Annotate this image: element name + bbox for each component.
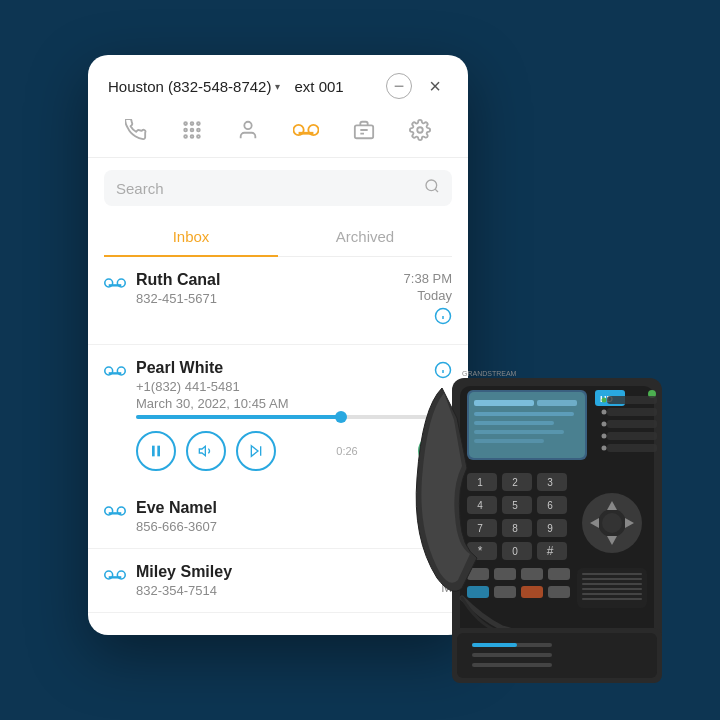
svg-point-4 <box>191 129 194 132</box>
tab-archived[interactable]: Archived <box>278 218 452 257</box>
phone-number: +1(832) 441-5481 <box>136 379 424 394</box>
message-date: March 30, 2022, 10:45 AM <box>136 396 424 411</box>
svg-rect-58 <box>607 432 657 440</box>
svg-rect-50 <box>474 439 544 443</box>
message-content: Pearl White +1(832) 441-5481 March 30, 2… <box>136 359 424 411</box>
message-time: 7:38 PM <box>404 271 452 286</box>
svg-text:1: 1 <box>477 477 483 488</box>
nav-fax-icon[interactable] <box>347 113 381 147</box>
contact-name: Miley Smiley <box>136 563 431 581</box>
contact-name: Eve Namel <box>136 499 410 517</box>
svg-rect-110 <box>582 598 642 600</box>
desk-phone-image: HD GRANDSTREAM 1 2 3 4 5 6 <box>402 358 692 692</box>
svg-point-62 <box>602 422 607 427</box>
svg-text:4: 4 <box>477 500 483 511</box>
svg-rect-99 <box>548 568 570 580</box>
nav-settings-icon[interactable] <box>403 113 437 147</box>
svg-text:5: 5 <box>512 500 518 511</box>
svg-marker-32 <box>199 446 205 455</box>
svg-rect-31 <box>157 446 160 457</box>
duration-label: 0:26 <box>336 445 357 457</box>
tab-inbox[interactable]: Inbox <box>104 218 278 257</box>
header: Houston (832-548-8742) ▾ ext 001 − × <box>88 55 468 109</box>
volume-button[interactable] <box>186 431 226 471</box>
svg-point-64 <box>602 446 607 451</box>
svg-rect-45 <box>474 400 534 406</box>
svg-rect-46 <box>537 400 577 406</box>
svg-text:*: * <box>478 544 483 558</box>
header-actions: − × <box>386 73 448 99</box>
voicemail-icon <box>104 567 126 583</box>
message-content: Eve Namel 856-666-3607 <box>136 499 410 534</box>
svg-point-16 <box>417 127 423 133</box>
svg-rect-103 <box>548 586 570 598</box>
svg-point-0 <box>184 122 187 125</box>
close-button[interactable]: × <box>422 73 448 99</box>
svg-rect-101 <box>494 586 516 598</box>
svg-text:#: # <box>547 544 554 558</box>
svg-rect-98 <box>521 568 543 580</box>
phone-number: 832-451-5671 <box>136 291 394 306</box>
svg-rect-108 <box>582 588 642 590</box>
svg-text:8: 8 <box>512 523 518 534</box>
svg-rect-56 <box>607 408 657 416</box>
svg-rect-47 <box>474 412 574 416</box>
svg-point-1 <box>191 122 194 125</box>
nav-icons-bar <box>88 109 468 158</box>
nav-phone-icon[interactable] <box>119 113 153 147</box>
tabs: Inbox Archived <box>104 218 452 257</box>
voicemail-icon <box>104 363 126 379</box>
nav-dialpad-icon[interactable] <box>175 113 209 147</box>
svg-rect-115 <box>472 653 552 657</box>
svg-rect-30 <box>152 446 155 457</box>
message-meta: 7:38 PM Today <box>404 271 452 330</box>
svg-point-7 <box>191 135 194 138</box>
nav-voicemail-icon[interactable] <box>287 116 325 144</box>
message-content: Miley Smiley 832-354-7514 <box>136 563 431 598</box>
svg-rect-109 <box>582 593 642 595</box>
svg-rect-106 <box>582 578 642 580</box>
svg-rect-97 <box>494 568 516 580</box>
list-item[interactable]: Ruth Canal 832-451-5671 7:38 PM Today <box>88 257 468 345</box>
svg-rect-40 <box>109 576 122 578</box>
svg-rect-102 <box>521 586 543 598</box>
search-bar <box>104 170 452 206</box>
svg-rect-20 <box>109 284 122 286</box>
message-day: Today <box>417 288 452 303</box>
contact-name: Pearl White <box>136 359 424 377</box>
minimize-button[interactable]: − <box>386 73 412 99</box>
svg-text:0: 0 <box>512 546 518 557</box>
voicemail-icon <box>104 503 126 519</box>
phone-number: 832-354-7514 <box>136 583 431 598</box>
nav-contacts-icon[interactable] <box>231 113 265 147</box>
svg-text:2: 2 <box>512 477 518 488</box>
svg-rect-107 <box>582 583 642 585</box>
svg-text:3: 3 <box>547 477 553 488</box>
message-content: Ruth Canal 832-451-5671 <box>136 271 394 306</box>
svg-rect-48 <box>474 421 554 425</box>
extension-label: ext 001 <box>294 78 343 95</box>
svg-rect-100 <box>467 586 489 598</box>
svg-point-95 <box>602 513 622 533</box>
search-icon <box>424 178 440 198</box>
progress-knob <box>335 411 347 423</box>
svg-point-17 <box>426 180 437 191</box>
svg-marker-33 <box>251 446 258 457</box>
header-phone-number: Houston (832-548-8742) ▾ <box>108 78 280 95</box>
phone-number-text: Houston (832-548-8742) <box>108 78 271 95</box>
info-button[interactable] <box>434 307 452 330</box>
search-input[interactable] <box>116 180 416 197</box>
svg-rect-57 <box>607 420 657 428</box>
svg-text:7: 7 <box>477 523 483 534</box>
svg-rect-105 <box>582 573 642 575</box>
svg-rect-59 <box>607 444 657 452</box>
svg-rect-12 <box>299 132 314 135</box>
svg-point-6 <box>184 135 187 138</box>
svg-rect-26 <box>109 372 122 374</box>
svg-rect-13 <box>355 125 373 138</box>
svg-rect-55 <box>607 396 657 404</box>
forward-button[interactable] <box>236 431 276 471</box>
svg-point-61 <box>602 410 607 415</box>
svg-point-3 <box>184 129 187 132</box>
pause-button[interactable] <box>136 431 176 471</box>
